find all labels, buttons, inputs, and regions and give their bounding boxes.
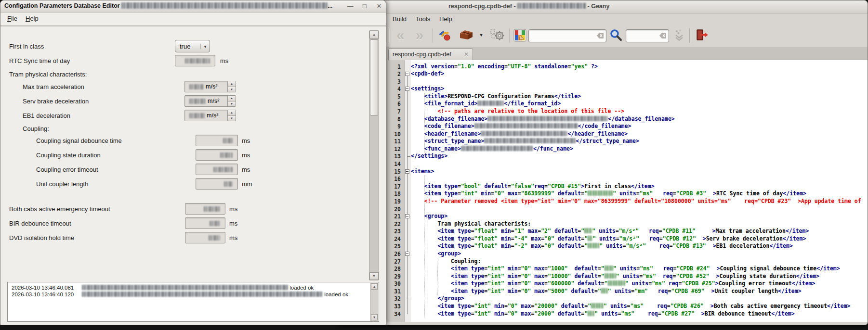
- redacted-path: [517, 3, 586, 9]
- unit-label: m/s²: [208, 98, 219, 104]
- dialog-titlebar: Configation Parameters Database Editor .…: [0, 0, 386, 13]
- spin-buttons[interactable]: ▲▼: [227, 96, 236, 106]
- code-line: <item type="int" min="0" max="10000" def…: [411, 273, 819, 280]
- scroll-down-icon[interactable]: ▼: [371, 314, 378, 320]
- scroll-down-icon[interactable]: ▼: [369, 272, 379, 280]
- value-field[interactable]: m/s²▲▼: [184, 81, 236, 92]
- clear-icon[interactable]: [659, 32, 667, 39]
- form-row: RTC Sync time of dayms: [0, 57, 367, 71]
- redacted-value: [213, 167, 233, 172]
- form-row: EB1 deceleration m/s²▲▼: [0, 112, 367, 126]
- field-label: Serv brake deceleration: [23, 98, 89, 105]
- value-field[interactable]: [196, 149, 238, 161]
- search-input[interactable]: [528, 29, 606, 42]
- close-icon[interactable]: ✕: [373, 1, 385, 11]
- spin-up-icon[interactable]: ▲: [228, 96, 236, 102]
- value-field[interactable]: [196, 164, 238, 175]
- value-field[interactable]: [196, 135, 238, 146]
- spin-buttons[interactable]: ▲▼: [227, 81, 236, 92]
- clear-icon[interactable]: [596, 32, 605, 39]
- redacted-value: [224, 181, 233, 187]
- redacted-value: [189, 113, 205, 118]
- spin-down-icon[interactable]: ▼: [228, 116, 236, 121]
- value-field[interactable]: [196, 178, 238, 190]
- tab-close-icon[interactable]: ✕: [464, 51, 469, 58]
- dialog-menubar: File Help: [0, 12, 386, 25]
- redacted-value: [189, 99, 206, 104]
- code-line: Coupling:: [411, 258, 481, 266]
- scroll-up-icon[interactable]: ▲: [369, 31, 379, 38]
- value-field[interactable]: m/s²▲▼: [184, 110, 236, 121]
- code-line: <?xml version="1.0" encoding="UTF-8" sta…: [411, 63, 598, 71]
- field-label: Both cabs active emergency timeout: [9, 205, 110, 213]
- toolbar-separator: [689, 28, 690, 43]
- forward-icon[interactable]: »: [411, 27, 428, 43]
- back-icon[interactable]: «: [392, 27, 409, 43]
- search-icon[interactable]: [607, 27, 624, 43]
- code-area: <?xml version="1.0" encoding="UTF-8" sta…: [338, 60, 868, 322]
- geany-toolbar: « » ▼: [338, 25, 868, 47]
- redacted-value: [588, 311, 594, 316]
- code-line: <group>: [411, 250, 461, 258]
- menu-build[interactable]: Build: [388, 14, 411, 24]
- value-field[interactable]: [185, 203, 225, 215]
- first-in-class-combo[interactable]: true▾: [175, 40, 210, 52]
- spin-up-icon[interactable]: ▲: [228, 110, 236, 116]
- compile-brick-icon[interactable]: [456, 27, 475, 43]
- revert-icon[interactable]: [436, 27, 453, 43]
- code-line: <database_filename></database_filename>: [411, 115, 675, 123]
- spin-up-icon[interactable]: ▲: [228, 81, 236, 87]
- combo-value: true: [175, 43, 200, 50]
- scrollbar-thumb[interactable]: [370, 39, 378, 115]
- code-line: <item type="float" min="1" max="2" defau…: [411, 228, 809, 235]
- redacted-value: [204, 206, 220, 212]
- redacted-value: [601, 288, 608, 293]
- minimize-icon[interactable]: —: [344, 1, 356, 11]
- unit-label: ms: [229, 205, 237, 213]
- form-row: Unit coupler lengthmm: [0, 180, 367, 194]
- menubar-separator: [0, 25, 386, 26]
- toolbar-separator: [509, 28, 510, 43]
- value-field[interactable]: [185, 217, 225, 229]
- tab-respond-cpg[interactable]: respond-cpg.cpdb-def ✕: [388, 48, 473, 60]
- code-line: <item type="float" min="-2" max="0" defa…: [411, 242, 793, 250]
- unit-label: ms: [242, 166, 250, 173]
- menu-file[interactable]: File: [3, 14, 21, 23]
- scroll-up-icon[interactable]: ▲: [371, 283, 378, 290]
- log-scrollbar[interactable]: ▲ ▼: [370, 283, 378, 321]
- code-line: <item type="int" min="0" max="5000" defa…: [411, 288, 802, 295]
- run-gears-icon[interactable]: [488, 27, 506, 43]
- redacted-value: [210, 221, 220, 226]
- redacted-value: [481, 131, 567, 136]
- spin-down-icon[interactable]: ▼: [228, 87, 236, 92]
- quit-icon[interactable]: [693, 27, 710, 43]
- build-dropdown-icon[interactable]: ▼: [477, 27, 485, 43]
- code-line: <file_format_id></file_format_id>: [411, 100, 561, 108]
- code-line: <func_name></func_name>: [411, 145, 573, 153]
- value-field[interactable]: m/s²▲▼: [184, 95, 236, 107]
- menu-help[interactable]: Help: [22, 14, 42, 23]
- maximize-icon[interactable]: ☐: [359, 1, 370, 11]
- menu-tools[interactable]: Tools: [411, 14, 435, 24]
- form-row: Coupling error timeoutms: [0, 166, 367, 179]
- value-field[interactable]: [185, 232, 225, 243]
- field-label: DVD isolation hold time: [9, 234, 74, 241]
- cpdb-editor-window: Configation Parameters Database Editor .…: [0, 0, 386, 325]
- value-field[interactable]: [175, 55, 215, 66]
- color-chooser-icon[interactable]: [512, 27, 527, 43]
- unit-label: ms: [242, 152, 250, 159]
- code-editor[interactable]: 1234567891011121314151617181920212223242…: [338, 60, 868, 322]
- jump-to-line-icon[interactable]: [671, 27, 687, 43]
- unit-label: ms: [229, 220, 237, 227]
- parameters-form: First in classtrue▾RTC Sync time of daym…: [0, 29, 367, 279]
- spin-buttons[interactable]: ▲▼: [227, 110, 236, 121]
- redacted-value: [588, 236, 592, 241]
- code-line: <cpdb-def>: [411, 70, 444, 78]
- spin-down-icon[interactable]: ▼: [228, 102, 236, 107]
- goto-line-input[interactable]: [626, 29, 669, 42]
- dialog-scrollbar[interactable]: ▲ ▼: [369, 30, 379, 280]
- geany-window: respond-cpg.cpdb-def - - Geany Build Too…: [337, 0, 868, 325]
- unit-label: m/s²: [207, 112, 218, 119]
- menu-help[interactable]: Help: [434, 14, 457, 24]
- redacted-value: [605, 273, 616, 279]
